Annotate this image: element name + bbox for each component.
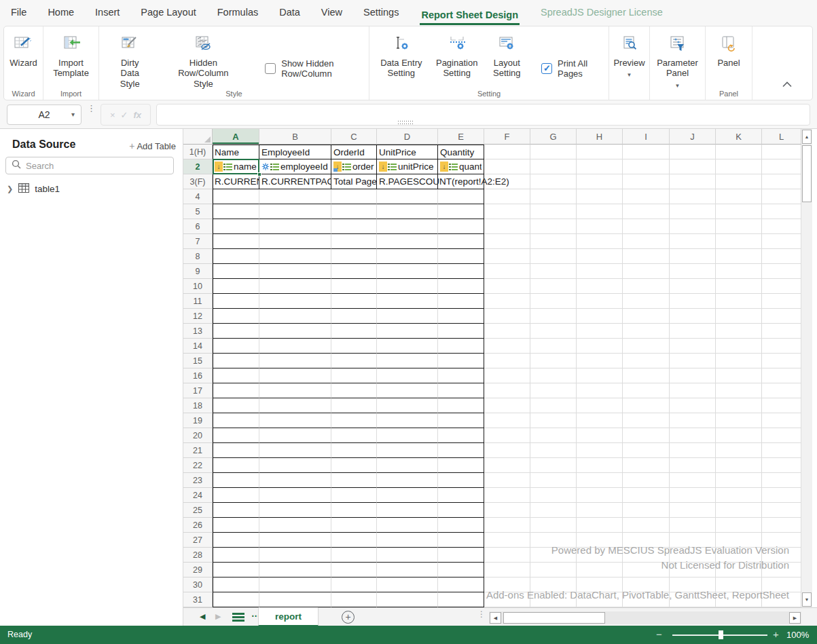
cell-I12[interactable] — [623, 309, 670, 324]
column-header-I[interactable]: I — [623, 129, 670, 145]
menu-data[interactable]: Data — [279, 7, 300, 18]
cell-B27[interactable] — [259, 533, 331, 548]
zoom-slider-thumb[interactable] — [719, 630, 723, 639]
cell-F20[interactable] — [484, 428, 530, 443]
cell-E16[interactable] — [438, 368, 484, 383]
cell-C3[interactable]: Total Page — [331, 174, 377, 189]
cell-F21[interactable] — [484, 443, 530, 458]
hidden-row-column-style-button[interactable]: Hidden Row/Column Style — [169, 33, 238, 90]
cell-K9[interactable] — [716, 264, 762, 279]
cell-G3[interactable] — [530, 174, 577, 189]
cell-I4[interactable] — [623, 189, 670, 204]
cell-E14[interactable] — [438, 339, 484, 354]
cell-J10[interactable] — [670, 279, 716, 294]
cell-C31[interactable] — [331, 592, 377, 607]
cell-L11[interactable] — [762, 294, 801, 309]
row-header-15[interactable]: 15 — [183, 354, 213, 368]
cell-F5[interactable] — [484, 204, 530, 219]
cell-L30[interactable] — [762, 577, 801, 592]
menu-insert[interactable]: Insert — [95, 7, 120, 18]
cell-E6[interactable] — [438, 219, 484, 234]
cell-D15[interactable] — [377, 354, 438, 368]
cell-J5[interactable] — [670, 204, 716, 219]
show-hidden-checkbox-box[interactable] — [265, 63, 276, 74]
cell-B21[interactable] — [259, 443, 331, 458]
cell-J16[interactable] — [670, 368, 716, 383]
search-box[interactable] — [5, 157, 174, 174]
formula-bar-grip-icon[interactable]: ⋮ — [87, 105, 94, 111]
cell-A25[interactable] — [213, 503, 259, 518]
cell-C24[interactable] — [331, 488, 377, 503]
cell-L20[interactable] — [762, 428, 801, 443]
cell-J7[interactable] — [670, 234, 716, 249]
cell-C28[interactable] — [331, 548, 377, 563]
cell-E7[interactable] — [438, 234, 484, 249]
cell-D7[interactable] — [377, 234, 438, 249]
cell-E5[interactable] — [438, 204, 484, 219]
cell-E26[interactable] — [438, 518, 484, 533]
row-header-24[interactable]: 24 — [183, 488, 213, 503]
cell-F17[interactable] — [484, 383, 530, 398]
add-table-button[interactable]: +Add Table — [129, 140, 176, 151]
wizard-button[interactable]: Wizard — [7, 33, 39, 69]
cell-A6[interactable] — [213, 219, 259, 234]
cell-J18[interactable] — [670, 398, 716, 413]
row-header-29[interactable]: 29 — [183, 563, 213, 577]
cell-G17[interactable] — [530, 383, 577, 398]
row-header-30[interactable]: 30 — [183, 577, 213, 592]
preview-button[interactable]: Preview ▼ — [611, 33, 647, 80]
cell-A4[interactable] — [213, 189, 259, 204]
cell-H23[interactable] — [577, 473, 623, 488]
cell-D22[interactable] — [377, 458, 438, 473]
pane-drag-handle[interactable] — [398, 121, 413, 125]
cell-I22[interactable] — [623, 458, 670, 473]
horizontal-scrollbar[interactable]: ◀ — [489, 611, 801, 624]
cell-A22[interactable] — [213, 458, 259, 473]
cell-F25[interactable] — [484, 503, 530, 518]
cell-H6[interactable] — [577, 219, 623, 234]
cell-J22[interactable] — [670, 458, 716, 473]
cell-K11[interactable] — [716, 294, 762, 309]
row-header-16[interactable]: 16 — [183, 368, 213, 383]
cell-L12[interactable] — [762, 309, 801, 324]
cell-G11[interactable] — [530, 294, 577, 309]
cell-H15[interactable] — [577, 354, 623, 368]
cell-L1[interactable] — [762, 145, 801, 159]
cell-A28[interactable] — [213, 548, 259, 563]
cell-K18[interactable] — [716, 398, 762, 413]
parameter-panel-dropdown-icon[interactable]: ▼ — [675, 83, 680, 90]
cell-E12[interactable] — [438, 309, 484, 324]
cell-E4[interactable] — [438, 189, 484, 204]
cell-L23[interactable] — [762, 473, 801, 488]
cell-I7[interactable] — [623, 234, 670, 249]
row-header-28[interactable]: 28 — [183, 548, 213, 563]
formula-input[interactable] — [156, 104, 810, 126]
cell-J24[interactable] — [670, 488, 716, 503]
cell-G2[interactable] — [530, 159, 577, 174]
cell-L19[interactable] — [762, 413, 801, 428]
cell-B30[interactable] — [259, 577, 331, 592]
menu-report-sheet-design[interactable]: Report Sheet Design — [420, 5, 520, 25]
tab-bar-grip-icon[interactable]: ⋮ — [477, 611, 486, 617]
cell-K10[interactable] — [716, 279, 762, 294]
cell-I5[interactable] — [623, 204, 670, 219]
row-header-25[interactable]: 25 — [183, 503, 213, 518]
cell-J13[interactable] — [670, 324, 716, 339]
row-header-27[interactable]: 27 — [183, 533, 213, 548]
cell-I23[interactable] — [623, 473, 670, 488]
row-header-18[interactable]: 18 — [183, 398, 213, 413]
cell-H17[interactable] — [577, 383, 623, 398]
cell-B15[interactable] — [259, 354, 331, 368]
cell-H30[interactable] — [577, 577, 623, 592]
cell-F22[interactable] — [484, 458, 530, 473]
cell-L13[interactable] — [762, 324, 801, 339]
cell-E28[interactable] — [438, 548, 484, 563]
cell-C19[interactable] — [331, 413, 377, 428]
cell-C12[interactable] — [331, 309, 377, 324]
cell-A30[interactable] — [213, 577, 259, 592]
cell-G27[interactable] — [530, 533, 577, 548]
chevron-right-icon[interactable]: ❯ — [7, 185, 13, 193]
cell-D31[interactable] — [377, 592, 438, 607]
cell-H3[interactable] — [577, 174, 623, 189]
row-header-12[interactable]: 12 — [183, 309, 213, 324]
